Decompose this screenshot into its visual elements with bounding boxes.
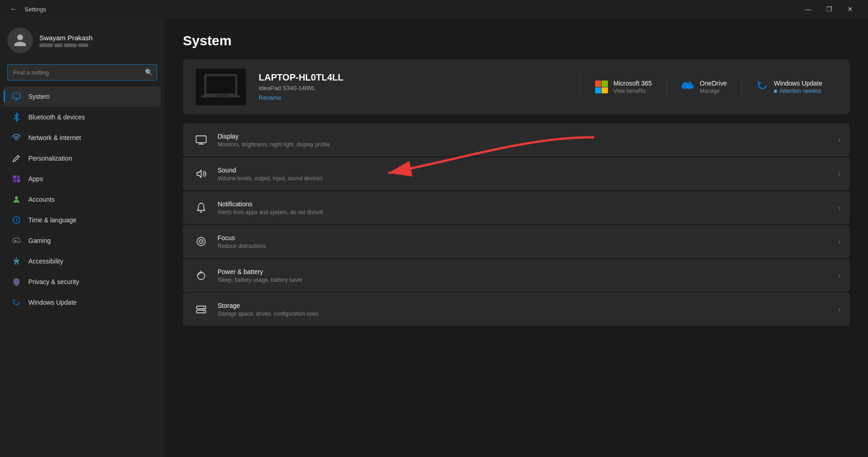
user-bar-3 — [64, 43, 77, 47]
computer-info: LAPTOP-HL0TL4LL IdeaPad S340-14IWL Renam… — [259, 72, 567, 102]
sidebar: Swayam Prakash 🔍 — [0, 18, 165, 457]
search-icon: 🔍 — [145, 69, 153, 76]
user-info: Swayam Prakash — [39, 34, 93, 47]
focus-desc: Reduce distractions — [218, 243, 831, 249]
storage-desc: Storage space, drives, configuration rul… — [218, 311, 831, 317]
computer-name: LAPTOP-HL0TL4LL — [259, 72, 567, 83]
power-desc: Sleep, battery usage, battery saver — [218, 277, 831, 283]
power-arrow: › — [838, 272, 841, 279]
rename-link[interactable]: Rename — [259, 94, 281, 101]
settings-item-storage[interactable]: Storage Storage space, drives, configura… — [183, 293, 850, 326]
sound-icon — [192, 165, 210, 183]
sidebar-item-personalization[interactable]: Personalization — [4, 148, 161, 168]
title-bar-left: ← Settings — [7, 3, 46, 16]
storage-icon — [192, 300, 210, 318]
power-content: Power & battery Sleep, battery usage, ba… — [218, 268, 831, 283]
sidebar-item-label-network: Network & internet — [28, 134, 81, 141]
app-body: Swayam Prakash 🔍 — [0, 18, 868, 457]
quick-link-winupdate[interactable]: Windows Update Attention needed — [741, 74, 837, 100]
svg-point-15 — [201, 241, 202, 242]
system-icon — [11, 91, 22, 102]
svg-rect-1 — [13, 176, 16, 179]
svg-point-7 — [16, 258, 17, 259]
display-icon — [192, 131, 210, 149]
quick-link-onedrive[interactable]: OneDrive Manage — [666, 74, 741, 100]
sidebar-item-label-update: Windows Update — [28, 299, 77, 306]
display-desc: Monitors, brightness, night light, displ… — [218, 141, 831, 148]
search-input[interactable] — [7, 64, 157, 81]
focus-content: Focus Reduce distractions — [218, 234, 831, 249]
display-content: Display Monitors, brightness, night ligh… — [218, 133, 831, 148]
attention-dot — [774, 90, 777, 93]
user-bars — [39, 43, 93, 47]
onedrive-text: OneDrive Manage — [700, 80, 727, 94]
sidebar-item-accounts[interactable]: Accounts — [4, 189, 161, 210]
apps-icon — [11, 173, 22, 184]
close-button[interactable]: ✕ — [840, 2, 861, 16]
sidebar-item-system[interactable]: System — [4, 86, 161, 107]
privacy-icon — [11, 276, 22, 287]
sound-desc: Volume levels, output, input, sound devi… — [218, 175, 831, 182]
onedrive-sub: Manage — [700, 88, 727, 94]
sidebar-item-network[interactable]: Network & internet — [4, 128, 161, 148]
sidebar-item-gaming[interactable]: Gaming — [4, 231, 161, 251]
svg-rect-0 — [13, 93, 21, 99]
svg-rect-11 — [215, 95, 227, 97]
personalization-icon — [11, 153, 22, 164]
computer-card: LAPTOP-HL0TL4LL IdeaPad S340-14IWL Renam… — [183, 59, 850, 114]
settings-item-focus[interactable]: Focus Reduce distractions › — [183, 225, 850, 258]
sidebar-item-label-gaming: Gaming — [28, 237, 51, 244]
svg-rect-3 — [13, 179, 16, 183]
settings-item-sound[interactable]: Sound Volume levels, output, input, soun… — [183, 157, 850, 190]
gaming-icon — [11, 235, 22, 246]
sidebar-item-label-apps: Apps — [28, 175, 43, 183]
focus-icon — [192, 232, 210, 251]
notifications-icon — [192, 199, 210, 217]
computer-thumbnail — [196, 69, 246, 105]
display-arrow: › — [838, 136, 841, 144]
focus-title: Focus — [218, 234, 831, 242]
computer-model: IdeaPad S340-14IWL — [259, 85, 567, 91]
settings-item-notifications[interactable]: Notifications Alerts from apps and syste… — [183, 191, 850, 224]
minimize-button[interactable]: — — [798, 2, 819, 16]
update-icon — [11, 297, 22, 308]
sidebar-item-label-accounts: Accounts — [28, 196, 55, 203]
user-bar-2 — [54, 43, 63, 47]
ms365-sub: View benefits — [613, 88, 652, 94]
focus-arrow: › — [838, 238, 841, 245]
avatar — [7, 27, 33, 53]
settings-list: Display Monitors, brightness, night ligh… — [183, 124, 850, 326]
quick-link-ms365[interactable]: Microsoft 365 View benefits — [580, 74, 666, 100]
sidebar-item-bluetooth[interactable]: Bluetooth & devices — [4, 107, 161, 127]
notifications-content: Notifications Alerts from apps and syste… — [218, 200, 831, 215]
sidebar-item-time[interactable]: Time & language — [4, 210, 161, 230]
sidebar-item-accessibility[interactable]: Accessibility — [4, 251, 161, 271]
winupdate-title: Windows Update — [774, 80, 822, 87]
storage-arrow: › — [838, 306, 841, 313]
notifications-arrow: › — [838, 204, 841, 211]
app-title: Settings — [25, 6, 46, 13]
onedrive-icon — [682, 81, 694, 93]
page-title: System — [183, 33, 850, 48]
settings-item-display[interactable]: Display Monitors, brightness, night ligh… — [183, 124, 850, 156]
sidebar-item-update[interactable]: Windows Update — [4, 292, 161, 312]
user-bar-4 — [78, 43, 88, 47]
sidebar-item-privacy[interactable]: Privacy & security — [4, 272, 161, 292]
settings-item-power[interactable]: Power & battery Sleep, battery usage, ba… — [183, 259, 850, 292]
back-button[interactable]: ← — [7, 3, 20, 16]
nav-list: System Bluetooth & devices Network & int… — [0, 86, 165, 313]
winupdate-sub: Attention needed — [774, 88, 822, 94]
onedrive-title: OneDrive — [700, 80, 727, 87]
storage-title: Storage — [218, 302, 831, 309]
ms365-text: Microsoft 365 View benefits — [613, 80, 652, 94]
maximize-button[interactable]: ❐ — [819, 2, 840, 16]
power-title: Power & battery — [218, 268, 831, 275]
sidebar-item-label-system: System — [28, 93, 50, 100]
sidebar-item-label-privacy: Privacy & security — [28, 278, 79, 285]
winupdate-icon — [756, 80, 768, 94]
sound-title: Sound — [218, 167, 831, 174]
winupdate-text: Windows Update Attention needed — [774, 80, 822, 94]
sidebar-item-apps[interactable]: Apps — [4, 169, 161, 189]
svg-point-19 — [203, 307, 204, 308]
quick-links: Microsoft 365 View benefits OneDrive — [580, 74, 837, 100]
